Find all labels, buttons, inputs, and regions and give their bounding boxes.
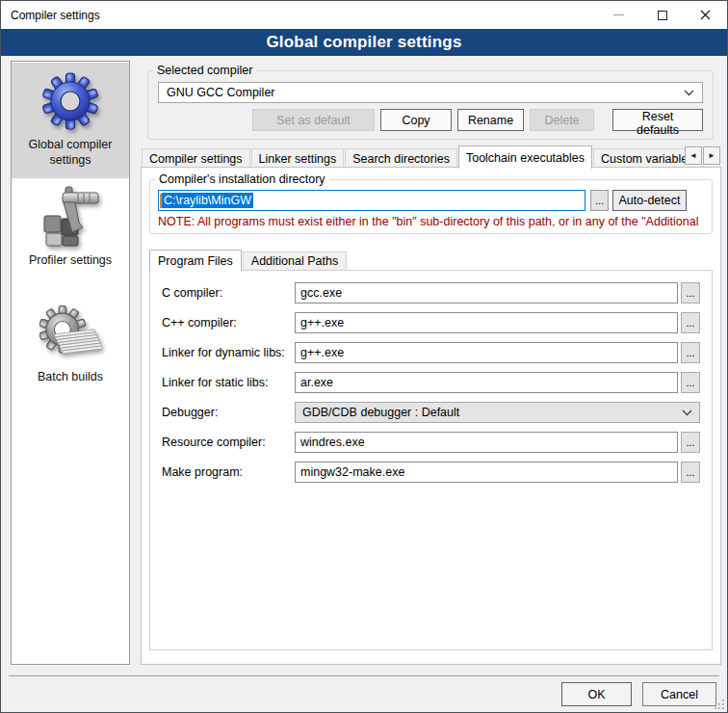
subtab-additional-paths[interactable]: Additional Paths bbox=[243, 251, 347, 270]
caliper-icon bbox=[39, 186, 101, 248]
c-compiler-input[interactable] bbox=[295, 282, 678, 304]
main-panel: Selected compiler GNU GCC Compiler Set a… bbox=[141, 61, 721, 665]
gray-gear-stack-icon bbox=[39, 303, 101, 364]
c-compiler-label: C compiler: bbox=[162, 286, 295, 300]
dynamic-linker-browse-button[interactable]: ... bbox=[681, 342, 700, 363]
dynamic-linker-input[interactable] bbox=[295, 342, 678, 363]
arrow-left-icon: ◄ bbox=[689, 151, 697, 160]
titlebar: Compiler settings bbox=[1, 1, 727, 29]
make-program-browse-button[interactable]: ... bbox=[681, 462, 700, 483]
compiler-select[interactable]: GNU GCC Compiler bbox=[158, 82, 703, 103]
resource-compiler-browse-button[interactable]: ... bbox=[681, 432, 700, 453]
make-program-label: Make program: bbox=[162, 465, 295, 479]
resource-compiler-label: Resource compiler: bbox=[162, 436, 295, 449]
sidebar-item-label: Profiler settings bbox=[29, 252, 112, 268]
dialog-buttons: OK Cancel bbox=[561, 682, 716, 706]
selected-compiler-group: Selected compiler GNU GCC Compiler Set a… bbox=[147, 64, 714, 140]
close-button[interactable] bbox=[684, 1, 727, 29]
static-linker-input[interactable] bbox=[295, 372, 678, 393]
compiler-select-value: GNU GCC Compiler bbox=[167, 86, 275, 99]
installation-directory-group-label: Compiler's installation directory bbox=[155, 172, 329, 186]
blue-gear-icon bbox=[39, 70, 101, 132]
tab-scroll-left-button[interactable]: ◄ bbox=[685, 146, 702, 165]
installation-directory-browse-button[interactable]: ... bbox=[590, 190, 609, 211]
installation-directory-input[interactable]: C:\raylib\MinGW bbox=[158, 190, 585, 211]
delete-button[interactable]: Delete bbox=[530, 109, 594, 131]
form-row-resource-compiler: Resource compiler: ... bbox=[162, 432, 700, 453]
tab-search-directories[interactable]: Search directories bbox=[345, 148, 457, 168]
rename-button[interactable]: Rename bbox=[457, 109, 524, 131]
cpp-compiler-browse-button[interactable]: ... bbox=[681, 312, 700, 333]
c-compiler-browse-button[interactable]: ... bbox=[681, 282, 700, 304]
form-row-make-program: Make program: ... bbox=[162, 462, 700, 483]
installation-directory-value: C:\raylib\MinGW bbox=[162, 193, 253, 208]
sidebar-item-batch-builds[interactable]: Batch builds bbox=[12, 295, 129, 394]
cpp-compiler-label: C++ compiler: bbox=[162, 316, 295, 330]
form-row-dynamic-linker: Linker for dynamic libs: ... bbox=[162, 342, 700, 363]
sidebar-item-profiler-settings[interactable]: Profiler settings bbox=[12, 178, 129, 277]
sidebar-item-global-compiler-settings[interactable]: Global compiler settings bbox=[12, 63, 129, 178]
tab-scroll-right-button[interactable]: ► bbox=[703, 146, 720, 165]
maximize-button[interactable] bbox=[640, 1, 684, 29]
form-row-static-linker: Linker for static libs: ... bbox=[162, 372, 700, 393]
close-icon bbox=[700, 10, 711, 20]
page-title: Global compiler settings bbox=[1, 29, 727, 56]
cpp-compiler-input[interactable] bbox=[295, 312, 678, 333]
program-files-page: C compiler: ... C++ compiler: ... Linker… bbox=[149, 270, 713, 650]
installation-directory-row: C:\raylib\MinGW ... Auto-detect bbox=[158, 190, 687, 211]
static-linker-label: Linker for static libs: bbox=[162, 376, 295, 389]
program-files-tabstrip: Program Files Additional Paths bbox=[149, 249, 348, 270]
resource-compiler-input[interactable] bbox=[295, 432, 678, 453]
chevron-down-icon bbox=[682, 409, 692, 416]
minimize-icon bbox=[613, 14, 624, 15]
form-row-c-compiler: C compiler: ... bbox=[162, 282, 700, 304]
reset-defaults-button[interactable]: Reset defaults bbox=[612, 109, 703, 131]
maximize-icon bbox=[658, 11, 667, 20]
set-as-default-button[interactable]: Set as default bbox=[252, 109, 375, 131]
copy-button[interactable]: Copy bbox=[380, 109, 452, 131]
selected-compiler-group-label: Selected compiler bbox=[153, 64, 256, 77]
sidebar-item-label: Batch builds bbox=[38, 369, 103, 384]
ok-button[interactable]: OK bbox=[561, 682, 632, 706]
sidebar-item-label: Global compiler settings bbox=[13, 137, 127, 169]
minimize-button[interactable] bbox=[597, 1, 640, 29]
tab-linker-settings[interactable]: Linker settings bbox=[251, 148, 345, 168]
compiler-settings-dialog: Compiler settings Global compiler settin… bbox=[0, 0, 728, 713]
debugger-select[interactable]: GDB/CDB debugger : Default bbox=[295, 402, 700, 423]
chevron-down-icon bbox=[684, 90, 694, 96]
debugger-label: Debugger: bbox=[162, 406, 295, 419]
settings-tabstrip: Compiler settings Linker settings Search… bbox=[142, 145, 721, 168]
tab-toolchain-executables[interactable]: Toolchain executables bbox=[458, 145, 592, 169]
dynamic-linker-label: Linker for dynamic libs: bbox=[162, 346, 295, 359]
compiler-buttons-row: Set as default Copy Rename Delete Reset … bbox=[158, 109, 703, 131]
cancel-button[interactable]: Cancel bbox=[642, 682, 716, 706]
installation-directory-group: Compiler's installation directory C:\ray… bbox=[149, 172, 713, 234]
tab-scroll-buttons: ◄ ► bbox=[684, 146, 720, 165]
installation-note: NOTE: All programs must exist either in … bbox=[158, 215, 704, 228]
static-linker-browse-button[interactable]: ... bbox=[681, 372, 700, 393]
subtab-program-files[interactable]: Program Files bbox=[149, 250, 242, 271]
tab-compiler-settings[interactable]: Compiler settings bbox=[142, 148, 250, 168]
resize-grip[interactable] bbox=[714, 699, 725, 710]
make-program-input[interactable] bbox=[295, 462, 678, 483]
form-row-debugger: Debugger: GDB/CDB debugger : Default bbox=[162, 402, 700, 423]
footer-separator bbox=[9, 675, 719, 676]
arrow-right-icon: ► bbox=[708, 151, 715, 160]
settings-category-list: Global compiler settings Profiler settin… bbox=[11, 61, 130, 665]
toolchain-executables-page: Compiler's installation directory C:\ray… bbox=[141, 167, 721, 665]
auto-detect-button[interactable]: Auto-detect bbox=[612, 190, 687, 211]
form-row-cpp-compiler: C++ compiler: ... bbox=[162, 312, 700, 333]
debugger-select-value: GDB/CDB debugger : Default bbox=[302, 406, 459, 419]
window-title: Compiler settings bbox=[1, 9, 597, 22]
